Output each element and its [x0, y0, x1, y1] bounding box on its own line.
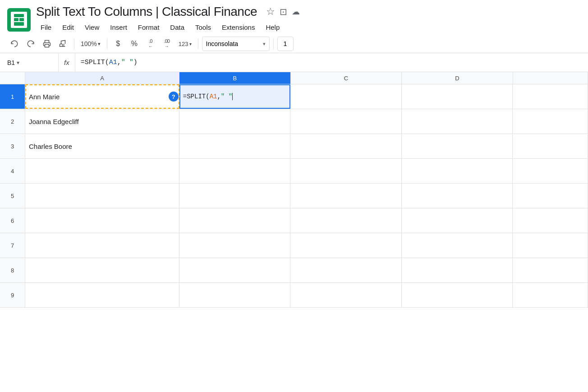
row-num-4[interactable]: 4: [0, 159, 25, 183]
cloud-icon[interactable]: ☁: [292, 7, 300, 17]
cell-d6[interactable]: [402, 208, 513, 233]
row-num-9[interactable]: 9: [0, 283, 25, 307]
help-icon[interactable]: ?: [169, 92, 179, 101]
row-num-8[interactable]: 8: [0, 258, 25, 282]
cell-ref-dropdown[interactable]: ▾: [17, 60, 19, 66]
col-header-e[interactable]: [513, 72, 588, 84]
menu-data[interactable]: Data: [165, 22, 189, 33]
cell-e2[interactable]: [513, 109, 588, 134]
formula-string: " ": [121, 59, 133, 66]
menu-edit[interactable]: Edit: [58, 22, 78, 33]
row-num-6[interactable]: 6: [0, 208, 25, 233]
cell-b8[interactable]: [179, 258, 291, 282]
cell-c9[interactable]: [290, 283, 402, 307]
cell-b5[interactable]: [179, 184, 291, 208]
cell-d4[interactable]: [402, 159, 513, 183]
menu-tools[interactable]: Tools: [191, 22, 216, 33]
cell-b4[interactable]: [179, 159, 291, 183]
font-size-input[interactable]: 1: [277, 37, 294, 51]
menu-view[interactable]: View: [80, 22, 104, 33]
font-name-label: Inconsolata: [206, 40, 261, 47]
formula-input[interactable]: =SPLIT(A1," "): [75, 59, 588, 66]
cell-a3[interactable]: Charles Boore: [25, 134, 179, 158]
cell-reference-box[interactable]: B1 ▾: [0, 53, 59, 72]
table-row: 1 Ann Marie ? =SPLIT(A1," ": [0, 84, 588, 109]
cell-e9[interactable]: [513, 283, 588, 307]
cell-b9[interactable]: [179, 283, 291, 307]
cell-e4[interactable]: [513, 159, 588, 183]
cell-a9[interactable]: [25, 283, 179, 307]
menu-file[interactable]: File: [36, 22, 56, 33]
cell-a4[interactable]: [25, 159, 179, 183]
cell-e5[interactable]: [513, 184, 588, 208]
column-headers: A B C D: [0, 72, 588, 84]
cell-b7[interactable]: [179, 233, 291, 258]
paint-format-button[interactable]: [56, 37, 70, 51]
cursor: [232, 93, 233, 100]
col-header-c[interactable]: C: [291, 72, 402, 84]
cell-c1[interactable]: [290, 84, 402, 109]
cell-d8[interactable]: [402, 258, 513, 282]
table-row: 3 Charles Boore: [0, 134, 588, 159]
cell-d7[interactable]: [402, 233, 513, 258]
cell-e8[interactable]: [513, 258, 588, 282]
cell-c8[interactable]: [290, 258, 402, 282]
percent-button[interactable]: %: [127, 37, 142, 51]
cell-b1[interactable]: ? =SPLIT(A1," ": [179, 84, 291, 109]
font-selector[interactable]: Inconsolata ▾: [202, 37, 270, 51]
decimal-arrow-right: →: [165, 44, 169, 49]
menu-insert[interactable]: Insert: [106, 22, 132, 33]
row-num-7[interactable]: 7: [0, 233, 25, 258]
toolbar-divider-4: [273, 38, 274, 49]
row-num-3[interactable]: 3: [0, 134, 25, 158]
cell-a8[interactable]: [25, 258, 179, 282]
menu-extensions[interactable]: Extensions: [217, 22, 259, 33]
app-logo[interactable]: [7, 8, 31, 32]
cell-e6[interactable]: [513, 208, 588, 233]
decimal-increase-button[interactable]: .00 →: [160, 37, 174, 51]
cell-d2[interactable]: [402, 109, 513, 134]
cell-c5[interactable]: [290, 184, 402, 208]
menu-help[interactable]: Help: [261, 22, 284, 33]
cell-a6[interactable]: [25, 208, 179, 233]
menu-format[interactable]: Format: [133, 22, 164, 33]
format-type-button[interactable]: 123 ▾: [176, 37, 194, 51]
cell-d5[interactable]: [402, 184, 513, 208]
undo-button[interactable]: [7, 37, 22, 51]
zoom-selector[interactable]: 100% ▾: [78, 38, 103, 49]
formula-sep: ,: [217, 93, 220, 100]
cell-b1-formula: =SPLIT(A1," ": [183, 93, 233, 100]
cell-c6[interactable]: [290, 208, 402, 233]
cell-c3[interactable]: [290, 134, 402, 158]
print-button[interactable]: [40, 37, 54, 51]
redo-button[interactable]: [23, 37, 38, 51]
cell-e7[interactable]: [513, 233, 588, 258]
cell-c4[interactable]: [290, 159, 402, 183]
cell-a5[interactable]: [25, 184, 179, 208]
cell-b3[interactable]: [179, 134, 291, 158]
cell-d1[interactable]: [402, 84, 513, 109]
row-num-2[interactable]: 2: [0, 109, 25, 134]
formula-prefix: =SPLIT(: [183, 93, 210, 100]
star-icon[interactable]: ☆: [266, 6, 275, 18]
cell-c2[interactable]: [290, 109, 402, 134]
cell-d3[interactable]: [402, 134, 513, 158]
toolbar-divider-3: [198, 38, 198, 49]
cell-a2[interactable]: Joanna Edgecliff: [25, 109, 179, 134]
cell-a7[interactable]: [25, 233, 179, 258]
col-header-a[interactable]: A: [25, 72, 179, 84]
cell-e1[interactable]: [513, 84, 588, 109]
cell-b6[interactable]: [179, 208, 291, 233]
row-num-5[interactable]: 5: [0, 184, 25, 208]
row-num-1[interactable]: 1: [0, 84, 25, 109]
cell-a1[interactable]: Ann Marie: [25, 84, 179, 109]
decimal-decrease-button[interactable]: .0 ←: [143, 37, 158, 51]
currency-button[interactable]: $: [111, 37, 125, 51]
cell-b2[interactable]: [179, 109, 291, 134]
folder-move-icon[interactable]: ⊡: [280, 6, 287, 17]
cell-c7[interactable]: [290, 233, 402, 258]
col-header-b[interactable]: B: [179, 72, 291, 84]
cell-d9[interactable]: [402, 283, 513, 307]
col-header-d[interactable]: D: [402, 72, 513, 84]
cell-e3[interactable]: [513, 134, 588, 158]
